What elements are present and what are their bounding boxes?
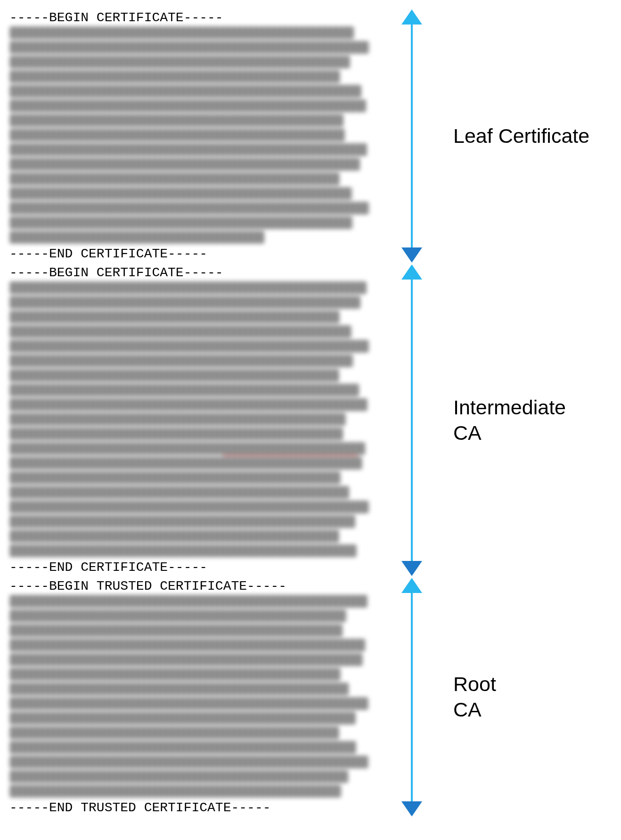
pem-body-line [9,70,340,83]
pem-body-line [9,741,356,754]
arrow-stem [411,25,413,247]
pem-body-line [9,442,365,455]
pem-body-line [9,653,363,666]
pem-body-line [9,683,349,695]
pem-body-line [9,544,357,557]
cert-role-label: Root CA [453,672,496,723]
cert-role-label-container: Root CA [422,578,612,816]
arrow-down-icon [401,247,422,263]
cert-role-label-container: Leaf Certificate [422,9,612,263]
arrow-up-icon [401,264,422,280]
pem-body-line [9,398,368,411]
pem-body-line [9,85,361,98]
pem-body-line [9,712,356,725]
pem-body-line [9,114,343,127]
pem-body-line [9,173,340,185]
pem-body-line [9,595,368,608]
pem-body-line [9,428,343,440]
extent-arrow [401,578,422,816]
cert-pem-block: -----BEGIN TRUSTED CERTIFICATE----------… [9,578,384,816]
cert-pem-block: -----BEGIN CERTIFICATE----------END CERT… [9,9,384,263]
pem-begin-line: -----BEGIN CERTIFICATE----- [9,264,384,281]
pem-end-line: -----END TRUSTED CERTIFICATE----- [9,799,384,816]
pem-body-line [9,187,352,200]
pem-body-line [9,726,339,739]
cert-role-label: Leaf Certificate [453,124,589,149]
pem-body-line [9,26,354,39]
pem-body-line [9,311,340,323]
pem-begin-line: -----BEGIN CERTIFICATE----- [9,9,384,26]
pem-body-line [9,639,365,651]
pem-body-line [9,158,360,171]
pem-body-line [9,530,339,543]
cert-role-label: Intermediate CA [453,395,566,446]
arrow-down-icon [401,561,422,576]
pem-begin-line: -----BEGIN TRUSTED CERTIFICATE----- [9,578,384,595]
arrow-up-icon [401,578,422,593]
pem-end-line: -----END CERTIFICATE----- [9,246,384,263]
pem-body-line [9,296,360,309]
pem-body-line [9,384,359,396]
pem-body-line [9,756,368,768]
pem-body-line [9,340,369,353]
cert-chain-entry: -----BEGIN CERTIFICATE----------END CERT… [9,264,612,576]
pem-body-line [9,471,341,484]
pem-body-line [9,354,353,367]
arrow-up-icon [401,9,422,25]
pem-body-line [9,216,352,229]
cert-pem-block: -----BEGIN CERTIFICATE----------END CERT… [9,264,384,576]
pem-body-line [9,41,369,54]
pem-body-line [9,624,343,637]
pem-body-line [9,609,346,622]
pem-body-line [9,56,350,68]
pem-body-blurred [9,281,384,559]
pem-body-blurred [9,26,384,246]
pem-body-line [9,668,341,681]
pem-body-line [9,457,362,469]
arrow-stem [411,593,413,801]
pem-body-line [9,770,348,783]
pem-body-line [9,697,368,710]
cert-role-label-container: Intermediate CA [422,264,612,576]
pem-body-line [9,281,367,294]
extent-arrow [401,9,422,263]
pem-body-line [9,143,367,156]
cert-chain-entry: -----BEGIN TRUSTED CERTIFICATE----------… [9,578,612,816]
pem-end-line: -----END CERTIFICATE----- [9,559,384,576]
pem-body-line [9,99,366,112]
extent-arrow [401,264,422,576]
pem-body-line [9,501,369,513]
pem-body-line [9,231,264,244]
pem-body-line [9,785,341,798]
pem-body-line [9,369,339,382]
cert-chain-entry: -----BEGIN CERTIFICATE----------END CERT… [9,9,612,263]
pem-body-line [9,129,345,141]
pem-body-line [9,515,355,528]
pem-body-line [9,202,369,214]
arrow-down-icon [401,801,422,816]
arrow-stem [411,280,413,561]
pem-body-line [9,413,346,426]
pem-body-line [9,486,349,499]
pem-body-line [9,325,351,338]
pem-body-blurred [9,595,384,799]
